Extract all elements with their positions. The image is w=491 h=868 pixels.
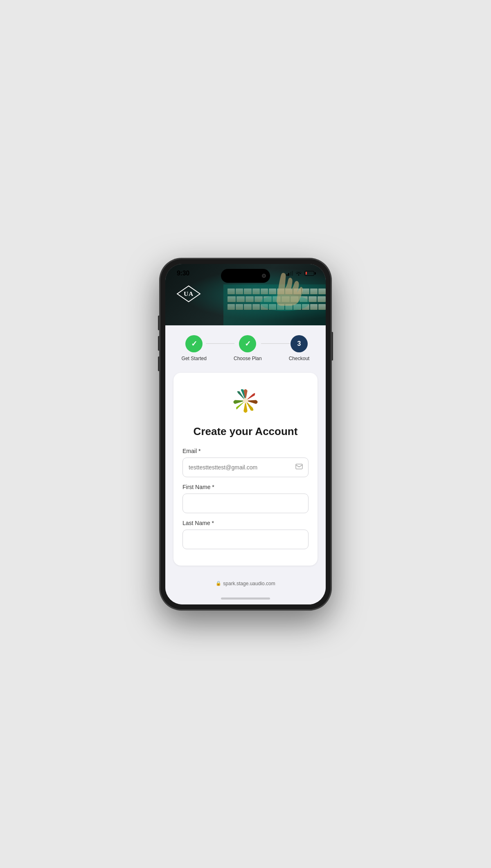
step-checkout: 3 Checkout [289,335,310,361]
email-group: Email * [182,448,309,477]
phone-frame: 9:30 [160,258,331,610]
step-2-label: Choose Plan [234,356,262,361]
form-card: Create your Account Email * [173,373,318,566]
last-name-group: Last Name * [182,520,309,549]
svg-rect-4 [296,464,302,469]
email-input[interactable] [182,458,309,477]
svg-point-3 [243,398,248,403]
step-3-label: Checkout [289,356,310,361]
flower-icon [229,384,262,417]
step-3-number: 3 [297,340,301,347]
battery-icon [304,271,314,276]
home-indicator [165,593,326,604]
email-label: Email * [182,448,309,454]
step-get-started: ✓ Get Started [182,335,207,361]
email-icon [295,464,303,471]
step-1-label: Get Started [182,356,207,361]
step-2-check: ✓ [245,339,251,348]
svg-text:UA: UA [184,290,194,297]
last-name-input[interactable] [182,530,309,549]
url-text: spark.stage.uaudio.com [223,581,275,586]
first-name-label: First Name * [182,484,309,490]
camera-dot [262,274,266,278]
last-name-label: Last Name * [182,520,309,526]
home-bar [221,597,270,600]
signal-icon [286,271,293,276]
main-content[interactable]: ✓ Get Started ✓ Choose Plan [165,325,326,577]
brand-logo [229,384,262,417]
step-choose-plan: ✓ Choose Plan [234,335,262,361]
last-name-input-wrapper [182,530,309,549]
first-name-group: First Name * [182,484,309,513]
lock-icon: 🔒 [216,581,221,586]
address-bar: 🔒 spark.stage.uaudio.com [165,577,326,593]
first-name-input[interactable] [182,494,309,513]
phone-screen: 9:30 [165,264,326,604]
progress-steps: ✓ Get Started ✓ Choose Plan [173,335,318,361]
step-1-circle: ✓ [185,335,203,352]
step-2-circle: ✓ [239,335,256,352]
status-time: 9:30 [177,270,189,277]
step-connector-1 [206,343,234,344]
email-input-wrapper [182,458,309,477]
step-3-circle: 3 [291,335,308,352]
status-icons [286,270,315,277]
step-connector-2 [261,343,290,344]
first-name-input-wrapper [182,494,309,513]
wifi-icon [295,270,302,277]
step-1-check: ✓ [191,339,197,348]
ua-logo: UA [176,285,201,304]
page-title: Create your Account [182,425,309,438]
dynamic-island [221,269,270,283]
